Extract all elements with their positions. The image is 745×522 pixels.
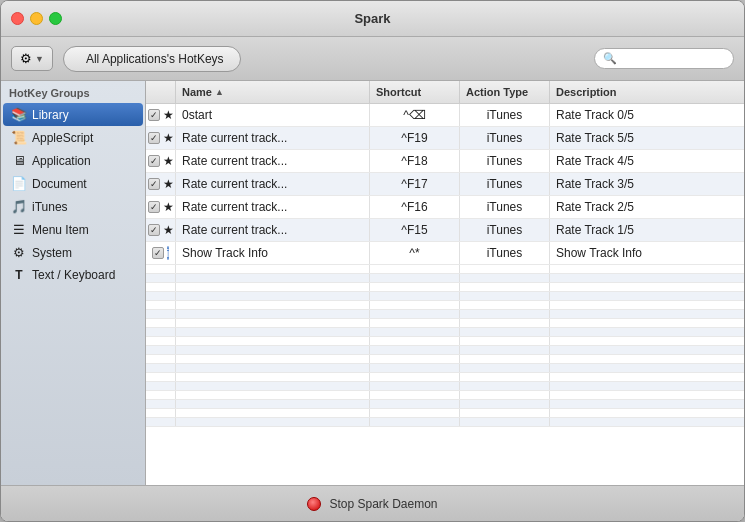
row-name-0: 0start [176,104,370,126]
sidebar-item-applescript[interactable]: 📜 AppleScript [3,126,143,149]
table-row[interactable]: ✓ ★ Rate current track... ^F18 iTunes Ra… [146,150,744,173]
table-row [146,409,744,418]
sidebar-item-application[interactable]: 🖥 Application [3,149,143,172]
star-icon: ★ [163,200,174,214]
empty-cell [370,400,460,408]
search-icon: 🔍 [603,52,617,65]
checkbox-icon[interactable]: ✓ [148,109,160,121]
empty-cell [460,409,550,417]
table-row[interactable]: ✓ ★ Rate current track... ^F16 iTunes Ra… [146,196,744,219]
table-row[interactable]: ✓ i Show Track Info ^* iTunes Show Track… [146,242,744,265]
minimize-button[interactable] [30,12,43,25]
row-checkbox-0[interactable]: ✓ ★ [146,104,176,126]
empty-cell [370,409,460,417]
empty-cell [370,274,460,282]
main-window: Spark ⚙ ▼ All Applications's HotKeys 🔍 H… [0,0,745,522]
row-checkbox-3[interactable]: ✓ ★ [146,173,176,195]
checkbox-icon[interactable]: ✓ [148,201,160,213]
empty-cell [370,265,460,273]
empty-cell [176,337,370,345]
table-row[interactable]: ✓ ★ Rate current track... ^F15 iTunes Ra… [146,219,744,242]
empty-cell [146,274,176,282]
row-description-6: Show Track Info [550,242,744,264]
sidebar-item-document[interactable]: 📄 Document [3,172,143,195]
empty-cell [370,364,460,372]
row-name-6: Show Track Info [176,242,370,264]
table-row [146,364,744,373]
row-checkbox-2[interactable]: ✓ ★ [146,150,176,172]
checkbox-icon[interactable]: ✓ [148,155,160,167]
gear-button[interactable]: ⚙ ▼ [11,46,53,71]
col-header-name[interactable]: Name ▲ [176,81,370,103]
empty-cell [176,418,370,426]
row-checkbox-6[interactable]: ✓ i [146,242,176,264]
empty-cell [460,391,550,399]
empty-cell [370,382,460,390]
empty-cell [550,373,744,381]
sidebar-item-text-keyboard[interactable]: T Text / Keyboard [3,264,143,286]
maximize-button[interactable] [49,12,62,25]
row-action-type-1: iTunes [460,127,550,149]
empty-cell [370,346,460,354]
chevron-down-icon: ▼ [35,54,44,64]
all-applications-label: All Applications's HotKeys [86,52,224,66]
col-header-action-type[interactable]: Action Type [460,81,550,103]
col-header-description[interactable]: Description [550,81,744,103]
all-applications-button[interactable]: All Applications's HotKeys [63,46,241,72]
empty-cell [176,328,370,336]
table-row [146,346,744,355]
empty-cell [370,418,460,426]
close-button[interactable] [11,12,24,25]
empty-cell [176,391,370,399]
empty-cell [176,292,370,300]
row-description-0: Rate Track 0/5 [550,104,744,126]
table-row [146,301,744,310]
table-row[interactable]: ✓ ★ 0start ^⌫ iTunes Rate Track 0/5 [146,104,744,127]
gear-icon: ⚙ [20,51,32,66]
row-action-type-5: iTunes [460,219,550,241]
library-icon: 📚 [11,107,27,122]
row-checkbox-1[interactable]: ✓ ★ [146,127,176,149]
sidebar-item-system[interactable]: ⚙ System [3,241,143,264]
empty-cell [176,373,370,381]
stop-daemon-dot [307,497,321,511]
empty-cell [176,409,370,417]
sidebar-item-itunes[interactable]: 🎵 iTunes [3,195,143,218]
table-row[interactable]: ✓ ★ Rate current track... ^F17 iTunes Ra… [146,173,744,196]
col-header-shortcut[interactable]: Shortcut [370,81,460,103]
checkbox-icon[interactable]: ✓ [152,247,164,259]
search-input[interactable] [621,53,725,65]
row-checkbox-5[interactable]: ✓ ★ [146,219,176,241]
empty-cell [370,301,460,309]
checkbox-icon[interactable]: ✓ [148,132,160,144]
table-area: Name ▲ Shortcut Action Type Description … [146,81,744,485]
empty-cell [176,310,370,318]
document-icon: 📄 [11,176,27,191]
row-shortcut-4: ^F16 [370,196,460,218]
checkbox-icon[interactable]: ✓ [148,178,160,190]
row-name-5: Rate current track... [176,219,370,241]
status-bar: Stop Spark Daemon [1,485,744,521]
empty-cell [550,382,744,390]
empty-cell [176,301,370,309]
empty-cell [146,346,176,354]
empty-cell [146,382,176,390]
empty-cell [176,265,370,273]
table-row[interactable]: ✓ ★ Rate current track... ^F19 iTunes Ra… [146,127,744,150]
checkbox-icon[interactable]: ✓ [148,224,160,236]
row-checkbox-4[interactable]: ✓ ★ [146,196,176,218]
empty-cell [550,364,744,372]
empty-cell [146,337,176,345]
row-description-3: Rate Track 3/5 [550,173,744,195]
sidebar-header: HotKey Groups [1,81,145,103]
empty-cell [460,418,550,426]
table-row [146,391,744,400]
sidebar-item-library[interactable]: 📚 Library [3,103,143,126]
empty-cell [146,328,176,336]
sidebar-item-label: Menu Item [32,223,89,237]
empty-cell [550,391,744,399]
stop-daemon-label[interactable]: Stop Spark Daemon [329,497,437,511]
sidebar-item-menu-item[interactable]: ☰ Menu Item [3,218,143,241]
table-row [146,265,744,274]
row-description-4: Rate Track 2/5 [550,196,744,218]
